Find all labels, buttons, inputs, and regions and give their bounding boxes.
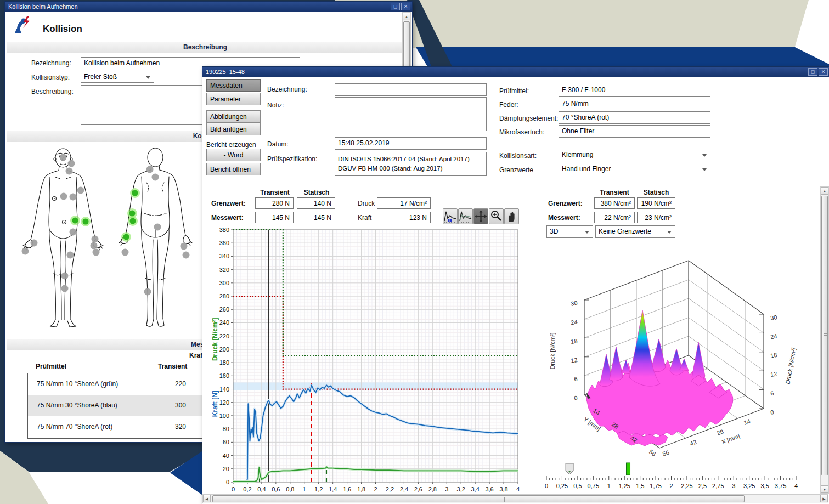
view-mode-select[interactable]: 3D (546, 225, 593, 238)
scrollbar-thumb[interactable] (821, 196, 828, 475)
svg-text:42: 42 (689, 439, 698, 447)
svg-text:2,5: 2,5 (698, 483, 707, 489)
svg-text:12: 12 (570, 356, 578, 364)
svg-text:6: 6 (770, 390, 774, 397)
bericht-oeffnen-button[interactable]: Bericht öffnen (206, 163, 261, 175)
svg-text:3,5: 3,5 (760, 483, 769, 489)
grenzwerte-label: Grenzwerte (499, 166, 533, 174)
pruefspez-line1: DIN ISO/TS 15066:2017-04 (Stand: April 2… (338, 155, 483, 164)
window-messung-content: Messdaten Parameter Abbildungen Bild anf… (202, 77, 829, 504)
grenzwerte-select[interactable]: Hand und Finger (559, 163, 710, 175)
mikrofasertuch-label: Mikrofasertuch: (499, 128, 544, 136)
grenzwerte-mode-select[interactable]: Keine Grenzwerte (595, 225, 675, 238)
kraft-statisch-header: Statisch (297, 189, 336, 196)
maximize-icon[interactable]: ◻ (808, 68, 817, 76)
svg-text:2: 2 (374, 486, 377, 492)
bericht-erzeugen-label: Bericht erzeugen (206, 141, 261, 149)
scroll-up-icon[interactable]: ▲ (403, 13, 410, 20)
bericht-word-button[interactable]: - Word (206, 149, 261, 161)
cell-transient: 220 (164, 380, 197, 388)
feder-input[interactable]: 75 N/mm (559, 98, 710, 110)
scroll-left-icon[interactable]: ◀ (203, 495, 211, 502)
nav-parameter-button[interactable]: Parameter (206, 93, 261, 105)
m-bezeichnung-label: Bezeichnung: (267, 86, 307, 93)
kollisionstyp-select[interactable]: Freier Stoß (81, 71, 154, 83)
datum-input[interactable]: 15:48 25.02.2019 (335, 137, 487, 150)
window-kollision-titlebar[interactable]: Kollision beim Aufnehmen ◻ ✕ (5, 2, 412, 12)
column-header-pruefmittel: Prüfmittel (36, 363, 66, 370)
scrollbar-vertical[interactable]: ▲ ▼ (820, 186, 829, 494)
mikrofasertuch-input[interactable]: Ohne Filter (559, 125, 710, 138)
druck-messwert-label: Messwert: (548, 214, 580, 222)
svg-text:18: 18 (570, 337, 578, 345)
svg-text:0,75: 0,75 (588, 483, 599, 489)
svg-text:1,75: 1,75 (650, 483, 661, 489)
close-icon[interactable]: ✕ (819, 68, 828, 76)
druck-messwert-statisch: 23 N/cm² (637, 212, 675, 223)
nav-abbildungen-button[interactable]: Abbildungen (206, 110, 261, 123)
svg-text:2,2: 2,2 (386, 486, 394, 492)
svg-text:1,25: 1,25 (618, 483, 630, 489)
page-heading: Kollision (43, 24, 82, 35)
cell-pruefmittel: 75 N/mm 30 °ShoreA (blau) (37, 401, 117, 409)
svg-text:2,25: 2,25 (681, 483, 692, 489)
pruefmittel-label: Prüfmittel: (499, 87, 529, 95)
svg-text:260: 260 (219, 306, 229, 313)
time-slider[interactable]: 00,250,50,7511,251,51,7522,252,52,7533,2… (534, 462, 822, 494)
svg-text:1: 1 (303, 486, 306, 492)
svg-text:24: 24 (570, 319, 578, 326)
svg-text:3,2: 3,2 (457, 486, 465, 492)
svg-text:6: 6 (574, 375, 578, 382)
svg-text:300: 300 (219, 280, 229, 286)
svg-text:Druck [N/cm²]: Druck [N/cm²] (784, 347, 797, 384)
scrollbar-thumb[interactable] (212, 495, 745, 502)
pruefspez-label: Prüfspezifikation: (267, 155, 317, 163)
robot-arm-logo-icon (12, 15, 33, 36)
druck-label: Druck (358, 200, 375, 207)
svg-text:3,8: 3,8 (499, 486, 507, 492)
cell-pruefmittel: 75 N/mm 10 °ShoreA (grün) (37, 380, 118, 388)
svg-text:2: 2 (669, 483, 673, 489)
nav-messdaten-button[interactable]: Messdaten (206, 79, 261, 92)
close-icon[interactable]: ✕ (401, 3, 410, 10)
kraft-grenzwert-transient: 280 N (255, 197, 294, 209)
nav-bild-anfuegen-button[interactable]: Bild anfügen (206, 123, 261, 135)
feder-label: Feder: (499, 101, 518, 109)
svg-text:1,2: 1,2 (314, 486, 323, 492)
svg-text:1,8: 1,8 (357, 486, 365, 492)
bezeichnung-label: Bezeichnung: (31, 59, 71, 67)
svg-text:120: 120 (219, 399, 229, 406)
kraft-druck-chart[interactable]: 00,20,40,60,811,21,41,61,822,22,42,62,83… (208, 218, 529, 495)
svg-text:0: 0 (226, 479, 229, 485)
scroll-right-icon[interactable]: ▶ (820, 495, 828, 502)
svg-text:240: 240 (219, 319, 229, 326)
svg-text:3,6: 3,6 (485, 486, 493, 492)
datum-label: Datum: (267, 140, 289, 148)
kollisionsart-select[interactable]: Klemmung (559, 149, 710, 161)
svg-text:30: 30 (770, 314, 777, 321)
pruefmittel-input[interactable]: F-300 / F-1000 (559, 84, 710, 97)
svg-text:0,4: 0,4 (257, 486, 266, 492)
maximize-icon[interactable]: ◻ (391, 3, 400, 10)
svg-text:18: 18 (770, 352, 777, 359)
m-bezeichnung-input[interactable] (335, 83, 487, 96)
scroll-up-icon[interactable]: ▲ (821, 187, 828, 195)
kollisionsart-label: Kollisionsart: (499, 152, 537, 160)
pruefspez-box[interactable]: DIN ISO/TS 15066:2017-04 (Stand: April 2… (335, 152, 487, 176)
svg-text:360: 360 (219, 240, 229, 246)
svg-text:2,4: 2,4 (400, 486, 408, 492)
pruefspez-line2: DGUV FB HM 080 (Stand: Aug 2017) (338, 164, 483, 173)
notiz-textarea[interactable] (335, 97, 487, 131)
daempfungselement-input[interactable]: 70 °ShoreA (rot) (559, 111, 710, 124)
scrollbar-horizontal[interactable]: ◀ ▶ (202, 494, 828, 503)
svg-text:1,5: 1,5 (636, 483, 644, 489)
cell-pruefmittel: 75 N/mm 70 °ShoreA (rot) (37, 423, 112, 431)
divider (202, 182, 820, 182)
druck-3d-surface-chart[interactable]: 061218243006121824301428425614284256Druc… (536, 241, 821, 461)
svg-text:320: 320 (219, 267, 229, 273)
druck-value: 17 N/cm² (377, 197, 431, 209)
scroll-down-icon[interactable]: ▼ (821, 485, 828, 493)
window-messung-titlebar[interactable]: 190225_15-48 ◻ ✕ (202, 67, 829, 77)
body-contact-map[interactable] (21, 143, 202, 338)
beschreibung-label: Beschreibung: (31, 88, 74, 95)
